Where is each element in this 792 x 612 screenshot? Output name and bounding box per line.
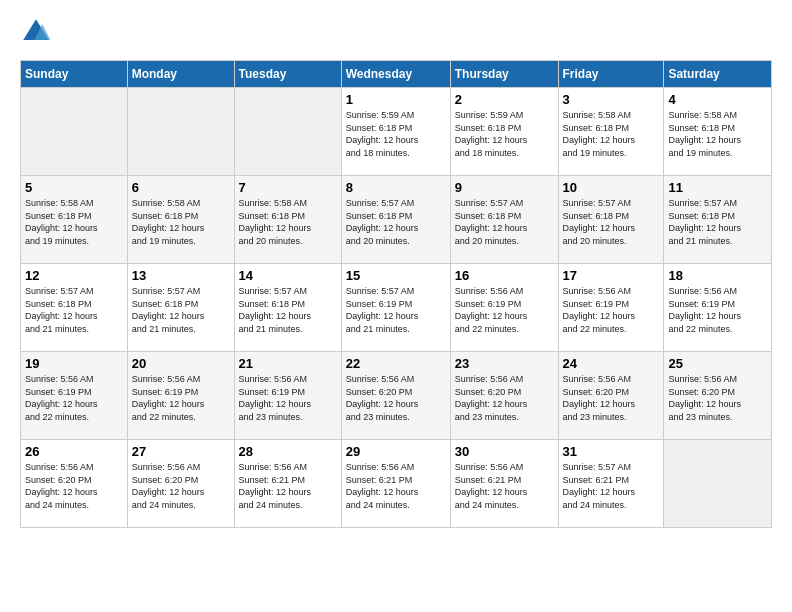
calendar-cell: 8Sunrise: 5:57 AM Sunset: 6:18 PM Daylig… xyxy=(341,176,450,264)
day-number: 18 xyxy=(668,268,767,283)
day-info: Sunrise: 5:58 AM Sunset: 6:18 PM Dayligh… xyxy=(25,197,123,247)
weekday-header-sunday: Sunday xyxy=(21,61,128,88)
day-info: Sunrise: 5:58 AM Sunset: 6:18 PM Dayligh… xyxy=(563,109,660,159)
day-info: Sunrise: 5:58 AM Sunset: 6:18 PM Dayligh… xyxy=(239,197,337,247)
day-number: 7 xyxy=(239,180,337,195)
day-number: 4 xyxy=(668,92,767,107)
calendar-cell: 31Sunrise: 5:57 AM Sunset: 6:21 PM Dayli… xyxy=(558,440,664,528)
day-info: Sunrise: 5:56 AM Sunset: 6:19 PM Dayligh… xyxy=(132,373,230,423)
day-number: 2 xyxy=(455,92,554,107)
calendar-cell: 2Sunrise: 5:59 AM Sunset: 6:18 PM Daylig… xyxy=(450,88,558,176)
logo-icon xyxy=(20,16,52,48)
calendar-cell: 26Sunrise: 5:56 AM Sunset: 6:20 PM Dayli… xyxy=(21,440,128,528)
day-number: 11 xyxy=(668,180,767,195)
day-info: Sunrise: 5:57 AM Sunset: 6:18 PM Dayligh… xyxy=(132,285,230,335)
day-number: 14 xyxy=(239,268,337,283)
calendar-cell: 13Sunrise: 5:57 AM Sunset: 6:18 PM Dayli… xyxy=(127,264,234,352)
calendar-cell: 11Sunrise: 5:57 AM Sunset: 6:18 PM Dayli… xyxy=(664,176,772,264)
calendar-cell: 22Sunrise: 5:56 AM Sunset: 6:20 PM Dayli… xyxy=(341,352,450,440)
day-info: Sunrise: 5:57 AM Sunset: 6:18 PM Dayligh… xyxy=(455,197,554,247)
day-number: 9 xyxy=(455,180,554,195)
calendar-week-row: 5Sunrise: 5:58 AM Sunset: 6:18 PM Daylig… xyxy=(21,176,772,264)
weekday-header-saturday: Saturday xyxy=(664,61,772,88)
day-number: 10 xyxy=(563,180,660,195)
day-number: 6 xyxy=(132,180,230,195)
day-info: Sunrise: 5:58 AM Sunset: 6:18 PM Dayligh… xyxy=(668,109,767,159)
weekday-header-thursday: Thursday xyxy=(450,61,558,88)
day-info: Sunrise: 5:56 AM Sunset: 6:20 PM Dayligh… xyxy=(455,373,554,423)
day-number: 15 xyxy=(346,268,446,283)
day-number: 21 xyxy=(239,356,337,371)
day-info: Sunrise: 5:56 AM Sunset: 6:21 PM Dayligh… xyxy=(239,461,337,511)
calendar-cell: 1Sunrise: 5:59 AM Sunset: 6:18 PM Daylig… xyxy=(341,88,450,176)
day-info: Sunrise: 5:57 AM Sunset: 6:19 PM Dayligh… xyxy=(346,285,446,335)
weekday-header-row: SundayMondayTuesdayWednesdayThursdayFrid… xyxy=(21,61,772,88)
calendar-cell: 25Sunrise: 5:56 AM Sunset: 6:20 PM Dayli… xyxy=(664,352,772,440)
day-info: Sunrise: 5:56 AM Sunset: 6:20 PM Dayligh… xyxy=(563,373,660,423)
day-number: 13 xyxy=(132,268,230,283)
day-info: Sunrise: 5:56 AM Sunset: 6:20 PM Dayligh… xyxy=(132,461,230,511)
calendar-cell: 21Sunrise: 5:56 AM Sunset: 6:19 PM Dayli… xyxy=(234,352,341,440)
day-info: Sunrise: 5:57 AM Sunset: 6:18 PM Dayligh… xyxy=(25,285,123,335)
day-number: 27 xyxy=(132,444,230,459)
calendar-cell xyxy=(234,88,341,176)
calendar-cell: 20Sunrise: 5:56 AM Sunset: 6:19 PM Dayli… xyxy=(127,352,234,440)
calendar-cell: 15Sunrise: 5:57 AM Sunset: 6:19 PM Dayli… xyxy=(341,264,450,352)
day-info: Sunrise: 5:57 AM Sunset: 6:18 PM Dayligh… xyxy=(668,197,767,247)
day-info: Sunrise: 5:56 AM Sunset: 6:19 PM Dayligh… xyxy=(455,285,554,335)
logo xyxy=(20,16,56,48)
day-info: Sunrise: 5:56 AM Sunset: 6:21 PM Dayligh… xyxy=(455,461,554,511)
calendar-cell: 10Sunrise: 5:57 AM Sunset: 6:18 PM Dayli… xyxy=(558,176,664,264)
day-number: 16 xyxy=(455,268,554,283)
day-info: Sunrise: 5:56 AM Sunset: 6:19 PM Dayligh… xyxy=(239,373,337,423)
weekday-header-wednesday: Wednesday xyxy=(341,61,450,88)
calendar-cell: 29Sunrise: 5:56 AM Sunset: 6:21 PM Dayli… xyxy=(341,440,450,528)
calendar-cell: 28Sunrise: 5:56 AM Sunset: 6:21 PM Dayli… xyxy=(234,440,341,528)
day-info: Sunrise: 5:56 AM Sunset: 6:20 PM Dayligh… xyxy=(25,461,123,511)
calendar-cell: 14Sunrise: 5:57 AM Sunset: 6:18 PM Dayli… xyxy=(234,264,341,352)
calendar-table: SundayMondayTuesdayWednesdayThursdayFrid… xyxy=(20,60,772,528)
calendar-week-row: 26Sunrise: 5:56 AM Sunset: 6:20 PM Dayli… xyxy=(21,440,772,528)
header xyxy=(20,16,772,48)
calendar-week-row: 19Sunrise: 5:56 AM Sunset: 6:19 PM Dayli… xyxy=(21,352,772,440)
weekday-header-monday: Monday xyxy=(127,61,234,88)
calendar-cell: 18Sunrise: 5:56 AM Sunset: 6:19 PM Dayli… xyxy=(664,264,772,352)
calendar-cell xyxy=(21,88,128,176)
day-number: 1 xyxy=(346,92,446,107)
calendar-cell xyxy=(127,88,234,176)
calendar-cell: 27Sunrise: 5:56 AM Sunset: 6:20 PM Dayli… xyxy=(127,440,234,528)
day-number: 12 xyxy=(25,268,123,283)
day-number: 19 xyxy=(25,356,123,371)
calendar-cell: 4Sunrise: 5:58 AM Sunset: 6:18 PM Daylig… xyxy=(664,88,772,176)
day-info: Sunrise: 5:57 AM Sunset: 6:18 PM Dayligh… xyxy=(563,197,660,247)
weekday-header-friday: Friday xyxy=(558,61,664,88)
weekday-header-tuesday: Tuesday xyxy=(234,61,341,88)
calendar-cell: 12Sunrise: 5:57 AM Sunset: 6:18 PM Dayli… xyxy=(21,264,128,352)
calendar-week-row: 12Sunrise: 5:57 AM Sunset: 6:18 PM Dayli… xyxy=(21,264,772,352)
day-number: 3 xyxy=(563,92,660,107)
day-number: 8 xyxy=(346,180,446,195)
day-info: Sunrise: 5:56 AM Sunset: 6:20 PM Dayligh… xyxy=(346,373,446,423)
day-info: Sunrise: 5:56 AM Sunset: 6:21 PM Dayligh… xyxy=(346,461,446,511)
calendar-cell: 19Sunrise: 5:56 AM Sunset: 6:19 PM Dayli… xyxy=(21,352,128,440)
calendar-cell: 7Sunrise: 5:58 AM Sunset: 6:18 PM Daylig… xyxy=(234,176,341,264)
calendar-cell: 6Sunrise: 5:58 AM Sunset: 6:18 PM Daylig… xyxy=(127,176,234,264)
day-info: Sunrise: 5:57 AM Sunset: 6:18 PM Dayligh… xyxy=(346,197,446,247)
day-info: Sunrise: 5:56 AM Sunset: 6:19 PM Dayligh… xyxy=(668,285,767,335)
day-number: 22 xyxy=(346,356,446,371)
day-number: 25 xyxy=(668,356,767,371)
calendar-cell: 17Sunrise: 5:56 AM Sunset: 6:19 PM Dayli… xyxy=(558,264,664,352)
page: SundayMondayTuesdayWednesdayThursdayFrid… xyxy=(0,0,792,544)
day-number: 30 xyxy=(455,444,554,459)
calendar-cell: 24Sunrise: 5:56 AM Sunset: 6:20 PM Dayli… xyxy=(558,352,664,440)
calendar-cell: 5Sunrise: 5:58 AM Sunset: 6:18 PM Daylig… xyxy=(21,176,128,264)
calendar-cell: 23Sunrise: 5:56 AM Sunset: 6:20 PM Dayli… xyxy=(450,352,558,440)
day-number: 24 xyxy=(563,356,660,371)
day-number: 28 xyxy=(239,444,337,459)
day-info: Sunrise: 5:58 AM Sunset: 6:18 PM Dayligh… xyxy=(132,197,230,247)
day-number: 17 xyxy=(563,268,660,283)
day-number: 5 xyxy=(25,180,123,195)
day-info: Sunrise: 5:56 AM Sunset: 6:20 PM Dayligh… xyxy=(668,373,767,423)
day-number: 29 xyxy=(346,444,446,459)
calendar-week-row: 1Sunrise: 5:59 AM Sunset: 6:18 PM Daylig… xyxy=(21,88,772,176)
